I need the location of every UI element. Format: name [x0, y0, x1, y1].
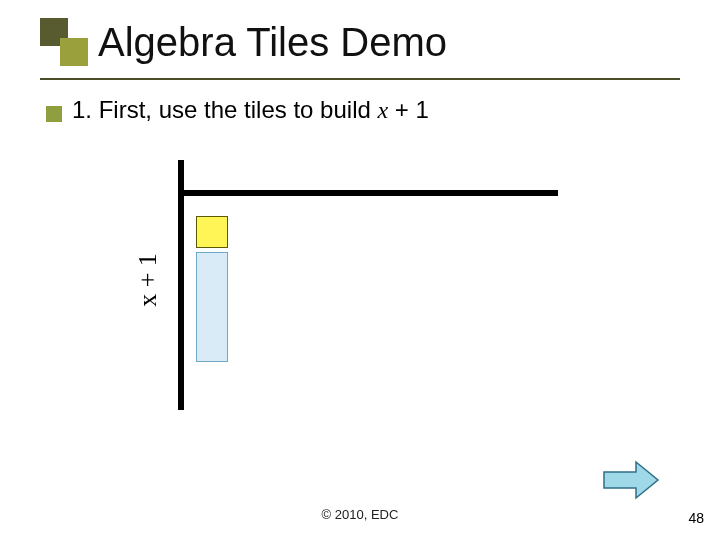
step-suffix: + 1: [388, 96, 429, 123]
step-italic: x: [377, 97, 388, 123]
horizontal-axis: [178, 190, 558, 196]
slide: Algebra Tiles Demo 1. First, use the til…: [0, 0, 720, 540]
bullet-square-icon: [46, 106, 62, 122]
unit-tile: [196, 216, 228, 248]
right-arrow-icon: [602, 460, 660, 500]
page-number: 48: [688, 510, 704, 526]
title-underline: [40, 78, 680, 80]
next-arrow-button[interactable]: [602, 460, 660, 500]
step-prefix: 1. First, use the tiles to build: [72, 96, 377, 123]
vertical-axis: [178, 160, 184, 410]
title-square-light-icon: [60, 38, 88, 66]
x-tile: [196, 252, 228, 362]
y-axis-label: x + 1: [133, 220, 163, 340]
svg-marker-0: [604, 462, 658, 498]
page-title: Algebra Tiles Demo: [98, 20, 447, 65]
footer-copyright: © 2010, EDC: [0, 507, 720, 522]
step-instruction: 1. First, use the tiles to build x + 1: [72, 96, 429, 124]
tile-diagram: x + 1: [108, 160, 558, 410]
